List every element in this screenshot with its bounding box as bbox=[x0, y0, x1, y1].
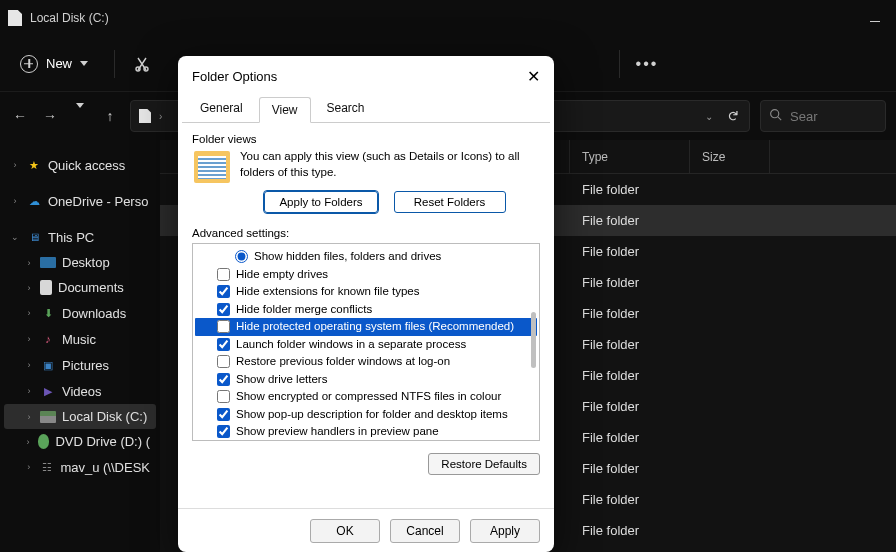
cell-type: File folder bbox=[570, 492, 690, 507]
address-dropdown[interactable]: ⌄ bbox=[705, 111, 713, 122]
advanced-settings-label: Advanced settings: bbox=[192, 227, 540, 239]
file-icon bbox=[8, 10, 22, 26]
recent-button[interactable] bbox=[70, 108, 90, 124]
plus-icon bbox=[20, 55, 38, 73]
advanced-settings-list[interactable]: Show hidden files, folders and drivesHid… bbox=[192, 243, 540, 441]
dialog-titlebar[interactable]: Folder Options ✕ bbox=[178, 56, 554, 96]
new-label: New bbox=[46, 56, 72, 71]
checkbox-input[interactable] bbox=[217, 320, 230, 333]
column-type[interactable]: Type bbox=[570, 140, 690, 173]
dialog-footer: OK Cancel Apply bbox=[178, 508, 554, 552]
apply-to-folders-button[interactable]: Apply to Folders bbox=[264, 191, 377, 213]
advanced-option[interactable]: Hide folder merge conflicts bbox=[195, 301, 537, 319]
option-label: Show drive letters bbox=[236, 372, 327, 388]
cell-type: File folder bbox=[570, 337, 690, 352]
sidebar-item-quick-access[interactable]: ›★Quick access bbox=[4, 152, 156, 178]
column-size[interactable]: Size bbox=[690, 140, 770, 173]
option-label: Hide folder merge conflicts bbox=[236, 302, 372, 318]
checkbox-input[interactable] bbox=[217, 268, 230, 281]
folder-views-desc: You can apply this view (such as Details… bbox=[240, 149, 538, 180]
cell-type: File folder bbox=[570, 182, 690, 197]
sidebar-item-desktop[interactable]: ›Desktop bbox=[4, 250, 156, 275]
cell-type: File folder bbox=[570, 399, 690, 414]
apply-button[interactable]: Apply bbox=[470, 519, 540, 543]
scrollbar-thumb[interactable] bbox=[531, 312, 536, 368]
advanced-option[interactable]: Show drive letters bbox=[195, 371, 537, 389]
back-button[interactable]: ← bbox=[10, 108, 30, 124]
advanced-option[interactable]: Show encrypted or compressed NTFS files … bbox=[195, 388, 537, 406]
advanced-option[interactable]: Hide protected operating system files (R… bbox=[195, 318, 537, 336]
cell-type: File folder bbox=[570, 461, 690, 476]
sidebar-item-pictures[interactable]: ›▣Pictures bbox=[4, 352, 156, 378]
ok-button[interactable]: OK bbox=[310, 519, 380, 543]
sidebar-item-onedrive[interactable]: ›☁OneDrive - Perso bbox=[4, 188, 156, 214]
music-icon: ♪ bbox=[40, 331, 56, 347]
sidebar-item-network[interactable]: ›☷mav_u (\\DESK bbox=[4, 454, 156, 480]
sidebar-item-videos[interactable]: ›▶Videos bbox=[4, 378, 156, 404]
cell-type: File folder bbox=[570, 275, 690, 290]
advanced-option[interactable]: Show preview handlers in preview pane bbox=[195, 423, 537, 441]
svg-point-3 bbox=[771, 110, 779, 118]
advanced-option[interactable]: Launch folder windows in a separate proc… bbox=[195, 336, 537, 354]
search-box[interactable]: Sear bbox=[760, 100, 886, 132]
separator bbox=[619, 50, 620, 78]
separator bbox=[114, 50, 115, 78]
sidebar-item-this-pc[interactable]: ⌄🖥This PC bbox=[4, 224, 156, 250]
checkbox-input[interactable] bbox=[217, 285, 230, 298]
cut-button[interactable] bbox=[133, 55, 151, 73]
sidebar-item-dvd[interactable]: ›DVD Drive (D:) ( bbox=[4, 429, 156, 454]
minimize-button[interactable] bbox=[870, 21, 880, 22]
new-button[interactable]: New bbox=[12, 49, 96, 79]
option-label: Launch folder windows in a separate proc… bbox=[236, 337, 466, 353]
advanced-option[interactable]: Show pop-up description for folder and d… bbox=[195, 406, 537, 424]
search-icon bbox=[769, 108, 782, 124]
checkbox-input[interactable] bbox=[217, 338, 230, 351]
cloud-icon: ☁ bbox=[26, 193, 42, 209]
option-label: Hide extensions for known file types bbox=[236, 284, 419, 300]
location-icon bbox=[139, 109, 151, 123]
option-label: Show pop-up description for folder and d… bbox=[236, 407, 508, 423]
dialog-tabs: General View Search bbox=[178, 96, 554, 122]
folder-views-icon bbox=[194, 151, 230, 183]
checkbox-input[interactable] bbox=[217, 425, 230, 438]
chevron-down-icon bbox=[80, 61, 88, 66]
up-button[interactable]: ↑ bbox=[100, 108, 120, 124]
sidebar-item-downloads[interactable]: ›⬇Downloads bbox=[4, 300, 156, 326]
option-label: Show encrypted or compressed NTFS files … bbox=[236, 389, 501, 405]
download-icon: ⬇ bbox=[40, 305, 56, 321]
refresh-button[interactable]: ↻ bbox=[725, 110, 741, 122]
sidebar-item-music[interactable]: ›♪Music bbox=[4, 326, 156, 352]
advanced-option[interactable]: Hide extensions for known file types bbox=[195, 283, 537, 301]
reset-folders-button[interactable]: Reset Folders bbox=[394, 191, 506, 213]
advanced-option[interactable]: Show hidden files, folders and drives bbox=[195, 248, 537, 266]
tab-search[interactable]: Search bbox=[315, 96, 377, 122]
pictures-icon: ▣ bbox=[40, 357, 56, 373]
sidebar-item-local-disk[interactable]: ›Local Disk (C:) bbox=[4, 404, 156, 429]
cell-type: File folder bbox=[570, 523, 690, 538]
cancel-button[interactable]: Cancel bbox=[390, 519, 460, 543]
checkbox-input[interactable] bbox=[217, 408, 230, 421]
document-icon bbox=[40, 280, 52, 295]
videos-icon: ▶ bbox=[40, 383, 56, 399]
advanced-option[interactable]: Hide empty drives bbox=[195, 266, 537, 284]
radio-input[interactable] bbox=[235, 250, 248, 263]
checkbox-input[interactable] bbox=[217, 390, 230, 403]
more-button[interactable]: ••• bbox=[638, 55, 656, 73]
option-label: Show hidden files, folders and drives bbox=[254, 249, 441, 265]
tab-general[interactable]: General bbox=[188, 96, 255, 122]
pc-icon: 🖥 bbox=[26, 229, 42, 245]
checkbox-input[interactable] bbox=[217, 355, 230, 368]
checkbox-input[interactable] bbox=[217, 373, 230, 386]
network-drive-icon: ☷ bbox=[39, 459, 54, 475]
forward-button[interactable]: → bbox=[40, 108, 60, 124]
close-button[interactable]: ✕ bbox=[510, 67, 540, 86]
sidebar-item-documents[interactable]: ›Documents bbox=[4, 275, 156, 300]
checkbox-input[interactable] bbox=[217, 303, 230, 316]
option-label: Show preview handlers in preview pane bbox=[236, 424, 439, 440]
window-title: Local Disk (C:) bbox=[30, 11, 109, 25]
option-label: Hide protected operating system files (R… bbox=[236, 319, 514, 335]
tab-view[interactable]: View bbox=[259, 97, 311, 123]
advanced-option[interactable]: Restore previous folder windows at log-o… bbox=[195, 353, 537, 371]
restore-defaults-button[interactable]: Restore Defaults bbox=[428, 453, 540, 475]
window-controls bbox=[870, 15, 888, 22]
